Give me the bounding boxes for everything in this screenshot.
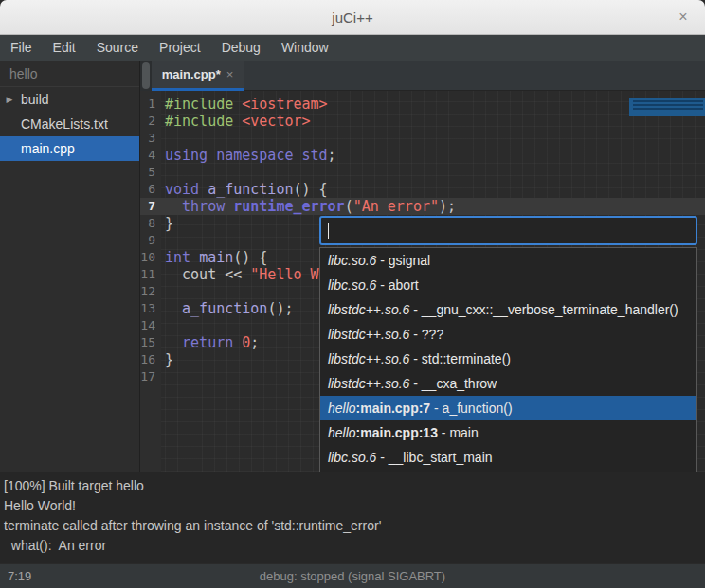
stacktrace-item[interactable]: libc.so.6 - __libc_start_main <box>320 445 696 470</box>
tree-item-label: main.cpp <box>19 141 75 156</box>
line-number: 14 <box>140 317 161 334</box>
tree-item-label: CMakeLists.txt <box>19 116 108 132</box>
code-segment: 0 <box>242 334 250 351</box>
code-text: int main() { <box>161 249 267 266</box>
stacktrace-item[interactable]: libstdc++.so.6 - std::terminate() <box>320 347 696 371</box>
code-segment: main <box>199 249 233 266</box>
code-segment: () { <box>233 249 267 266</box>
code-text <box>161 232 165 249</box>
frame-symbol: - ??? <box>409 327 443 342</box>
frame-module: hello <box>328 425 356 440</box>
stacktrace-item[interactable]: libstdc++.so.6 - __cxa_throw <box>320 371 696 396</box>
code-segment: ); <box>439 198 456 215</box>
line-number: 15 <box>140 334 161 351</box>
line-number: 1 <box>140 96 161 113</box>
code-segment <box>165 198 182 215</box>
line-number: 17 <box>140 368 161 385</box>
tree-item-build[interactable]: ▶build <box>0 87 139 112</box>
code-line[interactable]: 3 <box>140 130 705 147</box>
menu-bar: FileEditSourceProjectDebugWindow <box>0 35 705 61</box>
frame-module: libstdc++.so.6 <box>328 327 409 342</box>
code-segment: "Hello W <box>250 266 318 283</box>
tree-item-main-cpp[interactable]: main.cpp <box>0 136 139 161</box>
code-segment <box>293 147 301 164</box>
stacktrace-popup[interactable]: libc.so.6 - gsignallibc.so.6 - abortlibs… <box>319 247 697 490</box>
file-tree-panel[interactable]: hello ▶buildCMakeLists.txtmain.cpp <box>0 61 140 472</box>
stacktrace-item[interactable]: hello:main.cpp:7 - a_function() <box>320 396 696 420</box>
code-segment: std <box>302 147 328 164</box>
stacktrace-item[interactable]: libc.so.6 - gsignal <box>320 248 696 273</box>
code-line[interactable]: 7 throw runtime_error("An error"); <box>140 198 705 215</box>
code-segment: } <box>165 351 173 368</box>
stacktrace-item[interactable]: hello:main.cpp:13 - main <box>320 420 696 445</box>
frame-module: hello <box>328 401 356 416</box>
code-line[interactable]: 6void a_function() { <box>140 181 705 198</box>
tab-label: main.cpp* <box>162 67 221 81</box>
text-cursor <box>328 223 329 239</box>
code-line[interactable]: 5 <box>140 164 705 181</box>
code-segment: ( <box>345 198 353 215</box>
code-line[interactable]: 2#include <vector> <box>140 113 705 130</box>
output-line: [100%] Built target hello <box>4 476 699 496</box>
output-panel[interactable]: [100%] Built target helloHello World!ter… <box>0 472 705 563</box>
tab-close-icon[interactable]: × <box>226 67 234 81</box>
menu-project[interactable]: Project <box>149 35 211 61</box>
frame-module: libstdc++.so.6 <box>328 351 409 366</box>
code-segment: ; <box>328 147 336 164</box>
tab-main-cpp[interactable]: main.cpp* × <box>152 61 244 91</box>
scrollbar-thumb[interactable] <box>142 62 150 89</box>
stacktrace-filter-input[interactable] <box>319 216 697 245</box>
code-text <box>161 130 165 147</box>
stacktrace-item[interactable]: libstdc++.so.6 - __gnu_cxx::__verbose_te… <box>320 297 696 322</box>
frame-location: :main.cpp:13 <box>356 425 438 440</box>
code-text: return 0; <box>161 334 259 351</box>
menu-debug[interactable]: Debug <box>211 35 271 61</box>
window-title: juCi++ <box>332 9 372 26</box>
close-icon[interactable]: × <box>674 8 693 27</box>
chevron-right-icon[interactable]: ▶ <box>0 95 19 104</box>
line-number: 4 <box>140 147 161 164</box>
code-segment: #include <box>165 96 242 113</box>
output-line: terminate called after throwing an insta… <box>4 516 699 536</box>
frame-module: libc.so.6 <box>328 253 376 268</box>
code-segment: () { <box>293 181 327 198</box>
code-segment: return <box>182 334 233 351</box>
code-line[interactable]: 1#include <iostream> <box>140 96 705 113</box>
code-text: #include <iostream> <box>161 96 328 113</box>
app-window: juCi++ × FileEditSourceProjectDebugWindo… <box>0 0 705 588</box>
code-text: using namespace std; <box>161 147 336 164</box>
stacktrace-item[interactable]: libc.so.6 - abort <box>320 273 696 297</box>
code-segment <box>225 198 233 215</box>
frame-symbol: - __libc_start_main <box>376 450 492 465</box>
file-tree: ▶buildCMakeLists.txtmain.cpp <box>0 87 139 161</box>
frame-symbol: - main <box>438 425 479 440</box>
tooltip-text-line <box>633 100 703 102</box>
code-text <box>161 283 165 300</box>
frame-module: libstdc++.so.6 <box>328 302 409 317</box>
tree-item-cmakelists-txt[interactable]: CMakeLists.txt <box>0 112 139 136</box>
line-number: 16 <box>140 351 161 368</box>
line-number: 3 <box>140 130 161 147</box>
line-number: 11 <box>140 266 161 283</box>
code-text <box>161 368 165 385</box>
code-segment <box>165 300 182 317</box>
menu-edit[interactable]: Edit <box>43 35 86 61</box>
frame-symbol: - a_function() <box>430 401 512 416</box>
code-text <box>161 164 165 181</box>
code-line[interactable]: 4using namespace std; <box>140 147 705 164</box>
frame-symbol: - abort <box>376 277 418 293</box>
code-text: throw runtime_error("An error"); <box>161 198 456 215</box>
line-number: 7 <box>140 198 161 215</box>
menu-file[interactable]: File <box>0 35 43 61</box>
menu-source[interactable]: Source <box>86 35 149 61</box>
debug-status: debug: stopped (signal SIGABRT) <box>0 564 705 588</box>
code-text: void a_function() { <box>161 181 328 198</box>
code-segment: namespace <box>216 147 293 164</box>
code-segment: (); <box>267 300 293 317</box>
code-segment: a_function <box>182 300 267 317</box>
menu-window[interactable]: Window <box>271 35 339 61</box>
frame-symbol: - __gnu_cxx::__verbose_terminate_handler… <box>409 302 678 317</box>
project-name: hello <box>0 61 139 87</box>
stacktrace-item[interactable]: libstdc++.so.6 - ??? <box>320 322 696 347</box>
line-number: 6 <box>140 181 161 198</box>
